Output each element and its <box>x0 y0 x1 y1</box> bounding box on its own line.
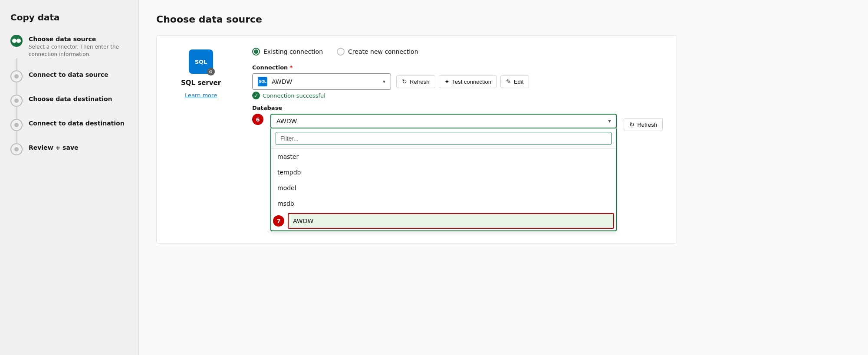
step-label-choose-source: Choose data source <box>29 36 128 43</box>
step-text-choose-dest: Choose data destination <box>29 95 128 102</box>
step-label-connect-source: Connect to data source <box>29 71 128 78</box>
database-select[interactable]: AWDW ▾ <box>270 114 617 128</box>
step-item-connect-source[interactable]: Connect to data source <box>10 70 128 82</box>
step-list: Choose data source Select a connector. T… <box>10 35 128 155</box>
database-dropdown-container: AWDW ▾ master tempdb <box>270 114 617 231</box>
database-row: 6 AWDW ▾ master <box>252 114 663 231</box>
action-buttons: ↻ Refresh ✦ Test connection ✎ Edit <box>396 75 529 88</box>
step-label-review: Review + save <box>29 144 128 151</box>
radio-existing-connection[interactable]: Existing connection <box>252 48 323 56</box>
refresh-database-button[interactable]: ↻ Refresh <box>624 118 663 131</box>
source-info: SQL ⚙ SQL server Learn more <box>171 48 231 231</box>
success-checkmark-icon: ✓ <box>252 92 260 99</box>
dropdown-item-tempdb[interactable]: tempdb <box>271 164 616 180</box>
refresh-connection-button[interactable]: ↻ Refresh <box>396 75 435 88</box>
radio-new-connection[interactable]: Create new connection <box>337 48 418 56</box>
connection-field-label: Connection * <box>252 64 663 71</box>
connection-select[interactable]: SQL AWDW ▾ <box>252 73 391 90</box>
required-star: * <box>289 64 293 71</box>
dropdown-item-awdw[interactable]: AWDW <box>288 213 614 229</box>
database-field-group: Database 6 AWDW ▾ <box>252 105 663 231</box>
step-item-review[interactable]: Review + save <box>10 143 128 155</box>
step-text-connect-source: Connect to data source <box>29 70 128 78</box>
source-name: SQL server <box>181 79 221 87</box>
step-circle-connect-source <box>10 70 23 82</box>
refresh-icon: ↻ <box>402 78 407 85</box>
connection-value: AWDW <box>272 78 378 85</box>
connector-3 <box>16 107 17 119</box>
learn-more-link[interactable]: Learn more <box>185 92 217 99</box>
step-circle-choose-source <box>10 35 23 47</box>
radio-existing-label: Existing connection <box>263 48 323 55</box>
step-badge-7: 7 <box>273 215 284 227</box>
radio-new-outer <box>337 48 345 56</box>
step-item-choose-dest[interactable]: Choose data destination <box>10 95 128 107</box>
database-dropdown-list: master tempdb model msdb <box>270 128 617 231</box>
edit-button[interactable]: ✎ Edit <box>500 75 529 88</box>
step-circle-review <box>10 143 23 155</box>
database-chevron-icon: ▾ <box>608 118 611 124</box>
database-value: AWDW <box>276 118 608 125</box>
connector-2 <box>16 82 17 95</box>
step-desc-choose-source: Select a connector. Then enter the conne… <box>29 43 128 58</box>
edit-icon: ✎ <box>506 78 511 85</box>
page-title: Choose data source <box>156 14 851 25</box>
filter-input[interactable] <box>276 132 612 145</box>
data-source-card: SQL ⚙ SQL server Learn more Existing con… <box>156 35 677 244</box>
step-item-connect-dest[interactable]: Connect to data destination <box>10 119 128 131</box>
step-text-choose-source: Choose data source Select a connector. T… <box>29 35 128 58</box>
step-text-connect-dest: Connect to data destination <box>29 119 128 127</box>
dropdown-item-msdb[interactable]: msdb <box>271 196 616 211</box>
dropdown-item-master[interactable]: master <box>271 149 616 164</box>
sidebar-title: Copy data <box>10 12 128 23</box>
connection-field-group: Connection * SQL AWDW ▾ ↻ Refresh <box>252 64 663 99</box>
radio-existing-outer <box>252 48 260 56</box>
step-circle-connect-dest <box>10 119 23 131</box>
connector-1 <box>16 58 17 70</box>
database-field-label: Database <box>252 105 663 111</box>
main-content: Choose data source SQL ⚙ SQL server Lear… <box>139 0 868 355</box>
step-circle-choose-dest <box>10 95 23 107</box>
refresh-database-wrapper: ↻ Refresh <box>624 118 663 131</box>
dropdown-item-awdw-row: 7 AWDW <box>271 211 616 230</box>
connection-status: ✓ Connection successful <box>252 92 663 99</box>
filter-wrapper <box>271 128 616 149</box>
gear-icon: ⚙ <box>207 68 215 76</box>
test-icon: ✦ <box>444 78 450 85</box>
radio-new-label: Create new connection <box>348 48 418 55</box>
chevron-down-icon: ▾ <box>383 79 385 85</box>
radio-existing-inner <box>254 49 258 54</box>
step-item-choose-source[interactable]: Choose data source Select a connector. T… <box>10 35 128 58</box>
step-label-connect-dest: Connect to data destination <box>29 120 128 127</box>
sidebar: Copy data Choose data source Select a co… <box>0 0 139 355</box>
radio-group: Existing connection Create new connectio… <box>252 48 663 56</box>
dropdown-item-model[interactable]: model <box>271 180 616 196</box>
sql-server-icon: SQL ⚙ <box>189 49 213 74</box>
connection-sql-icon: SQL <box>258 77 267 86</box>
connection-row: SQL AWDW ▾ ↻ Refresh ✦ Test connection <box>252 73 663 90</box>
step-label-choose-dest: Choose data destination <box>29 95 128 102</box>
test-connection-button[interactable]: ✦ Test connection <box>439 75 497 88</box>
form-area: Existing connection Create new connectio… <box>252 48 663 231</box>
step-badge-6: 6 <box>252 114 263 125</box>
refresh-db-icon: ↻ <box>629 121 635 128</box>
connector-4 <box>16 131 17 143</box>
step-text-review: Review + save <box>29 143 128 151</box>
